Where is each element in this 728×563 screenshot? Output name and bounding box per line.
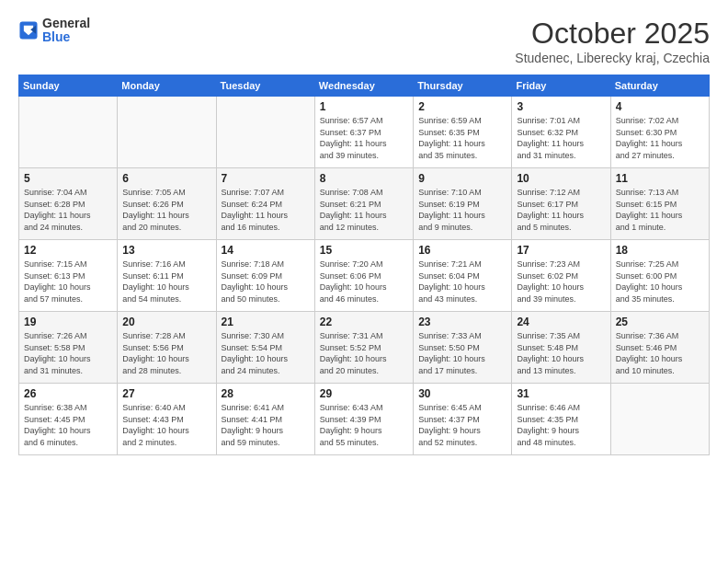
calendar-cell: 30Sunrise: 6:45 AM Sunset: 4:37 PM Dayli… (414, 384, 512, 455)
header-wednesday: Wednesday (314, 75, 413, 97)
day-info: Sunrise: 7:12 AM Sunset: 6:17 PM Dayligh… (517, 187, 605, 233)
header-friday: Friday (512, 75, 610, 97)
week-row-1: 5Sunrise: 7:04 AM Sunset: 6:28 PM Daylig… (19, 168, 710, 240)
day-info: Sunrise: 6:38 AM Sunset: 4:45 PM Dayligh… (24, 402, 112, 448)
title-section: October 2025 Studenec, Liberecky kraj, C… (515, 17, 710, 65)
calendar-cell: 3Sunrise: 7:01 AM Sunset: 6:32 PM Daylig… (512, 97, 610, 168)
day-number: 3 (517, 100, 605, 113)
day-number: 20 (122, 316, 210, 328)
day-number: 9 (418, 172, 506, 185)
header: General Blue October 2025 Studenec, Libe… (18, 17, 710, 65)
day-info: Sunrise: 7:02 AM Sunset: 6:30 PM Dayligh… (616, 115, 704, 161)
calendar-cell: 10Sunrise: 7:12 AM Sunset: 6:17 PM Dayli… (512, 168, 610, 240)
day-info: Sunrise: 7:33 AM Sunset: 5:50 PM Dayligh… (418, 330, 506, 376)
calendar-cell: 28Sunrise: 6:41 AM Sunset: 4:41 PM Dayli… (216, 384, 314, 455)
day-info: Sunrise: 7:18 AM Sunset: 6:09 PM Dayligh… (222, 259, 310, 304)
calendar-cell: 14Sunrise: 7:18 AM Sunset: 6:09 PM Dayli… (216, 240, 314, 312)
day-number: 1 (320, 100, 408, 113)
day-number: 31 (517, 387, 605, 400)
day-info: Sunrise: 7:23 AM Sunset: 6:02 PM Dayligh… (517, 259, 605, 304)
calendar-cell: 7Sunrise: 7:07 AM Sunset: 6:24 PM Daylig… (216, 168, 314, 240)
day-info: Sunrise: 6:41 AM Sunset: 4:41 PM Dayligh… (222, 402, 310, 448)
week-row-0: 1Sunrise: 6:57 AM Sunset: 6:37 PM Daylig… (19, 97, 710, 168)
day-number: 5 (24, 172, 112, 185)
day-number: 16 (418, 244, 506, 257)
day-info: Sunrise: 7:21 AM Sunset: 6:04 PM Dayligh… (418, 259, 506, 304)
day-info: Sunrise: 7:31 AM Sunset: 5:52 PM Dayligh… (320, 330, 408, 376)
subtitle: Studenec, Liberecky kraj, Czechia (515, 51, 710, 65)
day-info: Sunrise: 6:59 AM Sunset: 6:35 PM Dayligh… (418, 115, 506, 161)
month-title: October 2025 (515, 17, 710, 51)
calendar-cell: 18Sunrise: 7:25 AM Sunset: 6:00 PM Dayli… (610, 240, 709, 312)
calendar-cell: 4Sunrise: 7:02 AM Sunset: 6:30 PM Daylig… (610, 97, 709, 168)
header-sunday: Sunday (19, 75, 118, 97)
calendar-cell: 21Sunrise: 7:30 AM Sunset: 5:54 PM Dayli… (216, 312, 314, 384)
header-thursday: Thursday (414, 75, 512, 97)
day-info: Sunrise: 6:43 AM Sunset: 4:39 PM Dayligh… (320, 402, 408, 448)
calendar-cell: 15Sunrise: 7:20 AM Sunset: 6:06 PM Dayli… (314, 240, 413, 312)
day-number: 28 (222, 387, 310, 400)
day-number: 15 (320, 244, 408, 257)
day-info: Sunrise: 7:26 AM Sunset: 5:58 PM Dayligh… (24, 330, 112, 376)
calendar-cell: 5Sunrise: 7:04 AM Sunset: 6:28 PM Daylig… (19, 168, 118, 240)
calendar-cell: 26Sunrise: 6:38 AM Sunset: 4:45 PM Dayli… (19, 384, 118, 455)
day-number: 25 (616, 316, 704, 328)
calendar-cell: 13Sunrise: 7:16 AM Sunset: 6:11 PM Dayli… (118, 240, 216, 312)
header-saturday: Saturday (610, 75, 709, 97)
day-number: 26 (24, 387, 112, 400)
calendar-cell: 2Sunrise: 6:59 AM Sunset: 6:35 PM Daylig… (414, 97, 512, 168)
day-number: 23 (418, 316, 506, 328)
day-info: Sunrise: 7:30 AM Sunset: 5:54 PM Dayligh… (222, 330, 310, 376)
day-number: 2 (418, 100, 506, 113)
day-info: Sunrise: 7:10 AM Sunset: 6:19 PM Dayligh… (418, 187, 506, 233)
day-info: Sunrise: 7:35 AM Sunset: 5:48 PM Dayligh… (517, 330, 605, 376)
day-number: 22 (320, 316, 408, 328)
day-info: Sunrise: 6:40 AM Sunset: 4:43 PM Dayligh… (122, 402, 210, 448)
day-info: Sunrise: 7:04 AM Sunset: 6:28 PM Dayligh… (24, 187, 112, 233)
day-info: Sunrise: 6:46 AM Sunset: 4:35 PM Dayligh… (517, 402, 605, 448)
calendar-cell: 29Sunrise: 6:43 AM Sunset: 4:39 PM Dayli… (314, 384, 413, 455)
day-info: Sunrise: 6:57 AM Sunset: 6:37 PM Dayligh… (320, 115, 408, 161)
day-number: 12 (24, 244, 112, 257)
day-number: 30 (418, 387, 506, 400)
calendar-cell: 1Sunrise: 6:57 AM Sunset: 6:37 PM Daylig… (314, 97, 413, 168)
calendar-cell: 17Sunrise: 7:23 AM Sunset: 6:02 PM Dayli… (512, 240, 610, 312)
calendar-cell: 12Sunrise: 7:15 AM Sunset: 6:13 PM Dayli… (19, 240, 118, 312)
calendar-cell: 24Sunrise: 7:35 AM Sunset: 5:48 PM Dayli… (512, 312, 610, 384)
calendar-cell: 11Sunrise: 7:13 AM Sunset: 6:15 PM Dayli… (610, 168, 709, 240)
calendar-cell: 16Sunrise: 7:21 AM Sunset: 6:04 PM Dayli… (414, 240, 512, 312)
day-number: 27 (122, 387, 210, 400)
calendar-cell: 19Sunrise: 7:26 AM Sunset: 5:58 PM Dayli… (19, 312, 118, 384)
day-number: 14 (222, 244, 310, 257)
day-info: Sunrise: 7:07 AM Sunset: 6:24 PM Dayligh… (222, 187, 310, 233)
calendar-cell (610, 384, 709, 455)
day-info: Sunrise: 7:20 AM Sunset: 6:06 PM Dayligh… (320, 259, 408, 304)
calendar-table: SundayMondayTuesdayWednesdayThursdayFrid… (18, 75, 710, 455)
day-number: 4 (616, 100, 704, 113)
calendar-cell: 23Sunrise: 7:33 AM Sunset: 5:50 PM Dayli… (414, 312, 512, 384)
day-info: Sunrise: 7:36 AM Sunset: 5:46 PM Dayligh… (616, 330, 704, 376)
calendar-cell: 22Sunrise: 7:31 AM Sunset: 5:52 PM Dayli… (314, 312, 413, 384)
week-row-2: 12Sunrise: 7:15 AM Sunset: 6:13 PM Dayli… (19, 240, 710, 312)
week-row-4: 26Sunrise: 6:38 AM Sunset: 4:45 PM Dayli… (19, 384, 710, 455)
day-number: 8 (320, 172, 408, 185)
calendar-cell (118, 97, 216, 168)
logo-general-text: General (42, 17, 90, 30)
calendar-cell: 9Sunrise: 7:10 AM Sunset: 6:19 PM Daylig… (414, 168, 512, 240)
day-info: Sunrise: 6:45 AM Sunset: 4:37 PM Dayligh… (418, 402, 506, 448)
day-number: 11 (616, 172, 704, 185)
calendar-cell: 27Sunrise: 6:40 AM Sunset: 4:43 PM Dayli… (118, 384, 216, 455)
day-number: 17 (517, 244, 605, 257)
day-number: 10 (517, 172, 605, 185)
day-info: Sunrise: 7:15 AM Sunset: 6:13 PM Dayligh… (24, 259, 112, 304)
week-row-3: 19Sunrise: 7:26 AM Sunset: 5:58 PM Dayli… (19, 312, 710, 384)
calendar-cell (19, 97, 118, 168)
calendar-cell: 8Sunrise: 7:08 AM Sunset: 6:21 PM Daylig… (314, 168, 413, 240)
day-info: Sunrise: 7:25 AM Sunset: 6:00 PM Dayligh… (616, 259, 704, 304)
logo-icon (18, 20, 39, 40)
day-info: Sunrise: 7:16 AM Sunset: 6:11 PM Dayligh… (122, 259, 210, 304)
day-number: 19 (24, 316, 112, 328)
calendar-cell: 31Sunrise: 6:46 AM Sunset: 4:35 PM Dayli… (512, 384, 610, 455)
calendar-cell: 20Sunrise: 7:28 AM Sunset: 5:56 PM Dayli… (118, 312, 216, 384)
day-number: 21 (222, 316, 310, 328)
